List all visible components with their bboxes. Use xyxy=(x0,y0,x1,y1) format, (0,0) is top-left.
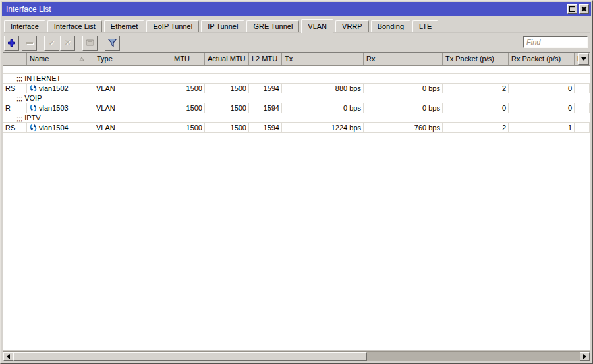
close-button[interactable] xyxy=(579,4,589,14)
add-button[interactable] xyxy=(4,36,19,51)
find-input[interactable] xyxy=(523,36,588,48)
cell-mtu: 1500 xyxy=(171,123,205,132)
tab-bonding[interactable]: Bonding xyxy=(371,20,410,32)
tab-gre-tunnel[interactable]: GRE Tunnel xyxy=(246,20,299,32)
tab-interface-list[interactable]: Interface List xyxy=(47,20,102,32)
col-rx-packet[interactable]: Rx Packet (p/s) xyxy=(509,53,575,65)
toolbar: ✓ ✕ xyxy=(4,35,123,51)
cell-rx-packet: 0 xyxy=(509,84,575,93)
remove-button[interactable] xyxy=(22,36,37,51)
col-fl[interactable]: Fl xyxy=(575,53,590,65)
enable-button[interactable]: ✓ xyxy=(44,36,59,51)
tab-ip-tunnel[interactable]: IP Tunnel xyxy=(201,20,244,32)
scrollbar-thumb[interactable] xyxy=(13,352,367,361)
window-title: Interface List xyxy=(6,5,567,14)
col-tx-packet[interactable]: Tx Packet (p/s) xyxy=(443,53,509,65)
minus-icon xyxy=(26,42,33,44)
close-icon xyxy=(581,6,587,12)
interface-name: vlan1503 xyxy=(39,103,69,113)
horizontal-scrollbar[interactable] xyxy=(3,351,590,361)
col-rx[interactable]: Rx xyxy=(364,53,443,65)
tabstrip: Interface Interface List Ethernet EoIP T… xyxy=(4,19,590,33)
maximize-button[interactable] xyxy=(567,4,577,14)
interface-table: Name Type MTU Actual MTU L2 MTU Tx Rx Tx… xyxy=(3,52,590,351)
comment-icon xyxy=(86,39,94,46)
tab-vrrp[interactable]: VRRP xyxy=(335,20,369,32)
cell-fl xyxy=(575,84,590,93)
col-name-label: Name xyxy=(30,53,49,65)
cell-l2-mtu: 1594 xyxy=(249,103,282,113)
tab-eoip-tunnel[interactable]: EoIP Tunnel xyxy=(146,20,199,32)
cell-flags: RS xyxy=(3,123,27,132)
cross-icon: ✕ xyxy=(64,39,71,47)
cell-tx-packet: 0 xyxy=(443,103,509,113)
col-tx[interactable]: Tx xyxy=(282,53,364,65)
tab-ethernet[interactable]: Ethernet xyxy=(104,20,145,32)
sort-ascending-icon xyxy=(79,57,84,61)
vlan-icon xyxy=(29,104,38,112)
check-icon: ✓ xyxy=(48,39,55,47)
cell-type: VLAN xyxy=(94,123,171,132)
interface-row[interactable]: Rvlan1503VLAN1500150015940 bps0 bps00 xyxy=(3,103,590,113)
funnel-icon xyxy=(107,38,117,47)
tab-lte[interactable]: LTE xyxy=(412,20,438,32)
cell-name: vlan1502 xyxy=(27,84,94,93)
col-flags[interactable] xyxy=(3,53,27,65)
cell-tx: 0 bps xyxy=(282,103,364,113)
cell-tx-packet: 2 xyxy=(443,84,509,93)
table-body: ;;; INTERNETRSvlan1502VLAN15001500159488… xyxy=(3,66,590,133)
comment-button[interactable] xyxy=(82,36,98,51)
plus-icon xyxy=(7,39,16,47)
empty-row xyxy=(3,66,590,74)
cell-l2-mtu: 1594 xyxy=(249,84,282,93)
tab-vlan[interactable]: VLAN xyxy=(301,19,333,33)
col-name[interactable]: Name xyxy=(27,53,94,65)
scroll-right-button[interactable] xyxy=(580,352,590,361)
cell-name: vlan1504 xyxy=(27,123,94,132)
cell-actual-mtu: 1500 xyxy=(205,123,249,132)
vlan-icon xyxy=(29,84,38,92)
comment-row[interactable]: ;;; INTERNET xyxy=(3,74,590,84)
cell-name: vlan1503 xyxy=(27,103,94,113)
cell-tx: 880 bps xyxy=(282,84,364,93)
comment-row[interactable]: ;;; VOIP xyxy=(3,93,590,103)
col-actual-mtu[interactable]: Actual MTU xyxy=(205,53,249,65)
cell-l2-mtu: 1594 xyxy=(249,123,282,132)
cell-tx: 1224 bps xyxy=(282,123,364,132)
cell-fl xyxy=(575,123,590,132)
table-header: Name Type MTU Actual MTU L2 MTU Tx Rx Tx… xyxy=(3,53,590,66)
col-l2-mtu[interactable]: L2 MTU xyxy=(249,53,282,65)
interface-name: vlan1504 xyxy=(39,123,69,132)
cell-tx-packet: 2 xyxy=(443,123,509,132)
arrow-right-icon xyxy=(583,354,586,359)
cell-fl xyxy=(575,103,590,113)
column-selector-button[interactable] xyxy=(578,53,589,65)
cell-type: VLAN xyxy=(94,103,171,113)
cell-rx: 760 bps xyxy=(364,123,443,132)
chevron-down-icon xyxy=(581,57,586,61)
scroll-left-button[interactable] xyxy=(3,352,13,361)
interface-name: vlan1502 xyxy=(39,84,69,93)
maximize-icon xyxy=(569,6,575,12)
titlebar[interactable]: Interface List xyxy=(2,2,591,16)
disable-button[interactable]: ✕ xyxy=(60,36,75,51)
cell-flags: R xyxy=(3,103,27,113)
cell-actual-mtu: 1500 xyxy=(205,84,249,93)
cell-flags: RS xyxy=(3,84,27,93)
filter-button[interactable] xyxy=(105,36,120,51)
col-mtu[interactable]: MTU xyxy=(171,53,205,65)
tab-interface[interactable]: Interface xyxy=(4,20,45,32)
cell-rx: 0 bps xyxy=(364,103,443,113)
col-type[interactable]: Type xyxy=(94,53,171,65)
cell-mtu: 1500 xyxy=(171,84,205,93)
comment-row[interactable]: ;;; IPTV xyxy=(3,113,590,123)
vlan-icon xyxy=(29,124,38,132)
interface-list-window: Interface List Interface Interface List … xyxy=(0,0,593,364)
interface-row[interactable]: RSvlan1504VLAN1500150015941224 bps760 bp… xyxy=(3,123,590,133)
cell-mtu: 1500 xyxy=(171,103,205,113)
cell-type: VLAN xyxy=(94,84,171,93)
cell-rx: 0 bps xyxy=(364,84,443,93)
cell-rx-packet: 0 xyxy=(509,103,575,113)
cell-rx-packet: 1 xyxy=(509,123,575,132)
interface-row[interactable]: RSvlan1502VLAN150015001594880 bps0 bps20 xyxy=(3,84,590,93)
